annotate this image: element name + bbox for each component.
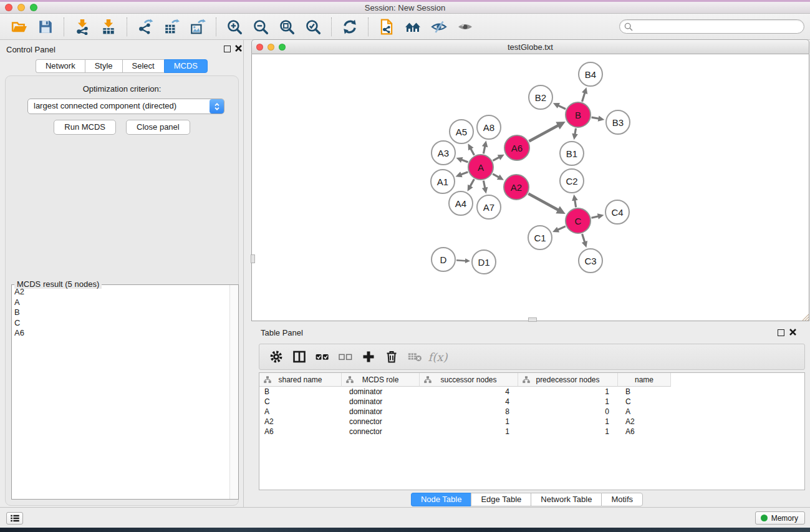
network-node-C2[interactable]: C2 [559,168,584,193]
network-node-D[interactable]: D [431,247,456,272]
network-node-C4[interactable]: C4 [605,200,630,225]
export-table-icon[interactable] [162,17,181,36]
tab-mcds[interactable]: MCDS [164,59,208,73]
network-node-B[interactable]: B [565,102,591,128]
column-visibility-icon[interactable] [289,347,310,366]
tab-node-table[interactable]: Node Table [411,493,471,506]
cell-predecessor-nodes[interactable]: 1 [518,397,618,407]
tab-motifs[interactable]: Motifs [601,493,643,506]
minimize-window-button[interactable] [17,4,25,11]
cell-predecessor-nodes[interactable]: 1 [518,387,618,397]
network-node-A[interactable]: A [468,154,494,180]
hide-selected-icon[interactable] [430,17,448,36]
network-node-A6[interactable]: A6 [504,135,530,161]
network-node-A8[interactable]: A8 [476,115,501,140]
cell-MCDS-role[interactable]: dominator [342,387,420,397]
import-table-icon[interactable] [99,17,118,36]
show-all-icon[interactable] [456,17,475,36]
cell-MCDS-role[interactable]: connector [342,417,420,427]
table-row-A[interactable]: Adominator80A [259,407,804,417]
run-mcds-button[interactable]: Run MCDS [54,120,116,135]
cell-name[interactable]: B [618,387,671,397]
column-header-MCDS-role[interactable]: MCDS role [342,373,420,387]
column-header-predecessor-nodes[interactable]: predecessor nodes [518,373,618,387]
network-node-A3[interactable]: A3 [431,140,456,165]
export-network-icon[interactable] [136,17,155,36]
cell-shared-name[interactable]: A6 [259,427,342,437]
table-row-C[interactable]: Cdominator41C [259,397,804,407]
float-panel-icon[interactable] [224,46,231,52]
zoom-selected-icon[interactable] [304,17,322,36]
canvas-left-grip[interactable] [251,254,255,263]
cell-shared-name[interactable]: C [259,397,342,407]
column-header-name[interactable]: name [618,373,671,387]
column-header-shared-name[interactable]: shared name [259,373,342,387]
settings-gear-icon[interactable] [266,347,287,366]
criterion-dropdown[interactable]: largest connected component (directed) [27,99,224,114]
save-session-icon[interactable] [36,17,55,36]
cell-MCDS-role[interactable]: connector [342,427,420,437]
cell-predecessor-nodes[interactable]: 1 [518,417,618,427]
cell-shared-name[interactable]: A2 [259,417,342,427]
close-window-button[interactable] [5,4,12,11]
canvas-bottom-grip[interactable] [528,317,537,322]
network-zoom-button[interactable] [279,44,286,51]
cell-name[interactable]: A6 [618,427,671,437]
network-document-icon[interactable] [377,17,396,36]
result-item-A2[interactable]: A2 [12,287,229,297]
memory-button[interactable]: Memory [755,511,805,525]
table-float-icon[interactable] [778,329,784,336]
network-node-B3[interactable]: B3 [605,110,630,135]
zoom-window-button[interactable] [30,4,37,11]
network-node-C1[interactable]: C1 [528,225,552,250]
delete-column-icon[interactable] [381,347,402,366]
network-node-A1[interactable]: A1 [430,169,455,194]
cell-shared-name[interactable]: B [259,387,342,397]
zoom-in-icon[interactable] [225,17,244,36]
close-panel-button[interactable]: Close panel [126,120,190,135]
cell-MCDS-role[interactable]: dominator [342,407,420,417]
network-node-C3[interactable]: C3 [578,248,603,273]
zoom-fit-icon[interactable] [277,17,296,36]
column-header-successor-nodes[interactable]: successor nodes [420,373,518,387]
network-node-B2[interactable]: B2 [528,85,553,110]
cell-successor-nodes[interactable]: 4 [420,387,518,397]
network-node-A2[interactable]: A2 [503,174,529,200]
network-close-button[interactable] [256,44,263,51]
cell-MCDS-role[interactable]: dominator [342,397,420,407]
network-minimize-button[interactable] [268,44,274,51]
cell-name[interactable]: A [618,407,671,417]
select-all-icon[interactable] [312,347,333,366]
tab-select[interactable]: Select [122,59,164,73]
add-column-icon[interactable] [358,347,379,366]
result-item-A[interactable]: A [12,297,229,308]
network-node-B4[interactable]: B4 [578,62,603,87]
import-network-icon[interactable] [73,17,92,36]
tab-edge-table[interactable]: Edge Table [471,493,531,506]
cell-successor-nodes[interactable]: 1 [420,417,518,427]
network-node-A7[interactable]: A7 [476,195,501,220]
window-resize-grip[interactable] [801,313,809,321]
deselect-all-icon[interactable] [335,347,356,366]
result-item-A6[interactable]: A6 [12,328,229,339]
home-icon[interactable] [403,17,422,36]
table-row-A2[interactable]: A2connector11A2 [259,417,804,427]
cell-name[interactable]: C [618,397,671,407]
tab-network-table[interactable]: Network Table [531,493,601,506]
search-input[interactable] [635,21,800,32]
open-session-icon[interactable] [10,17,29,36]
network-node-B1[interactable]: B1 [559,141,584,166]
cell-predecessor-nodes[interactable]: 1 [518,427,618,437]
zoom-out-icon[interactable] [251,17,270,36]
cell-predecessor-nodes[interactable]: 0 [518,407,618,417]
cell-successor-nodes[interactable]: 4 [420,397,518,407]
table-row-A6[interactable]: A6connector11A6 [259,427,804,437]
refresh-icon[interactable] [340,17,359,36]
result-item-C[interactable]: C [12,318,229,329]
export-image-icon[interactable] [188,17,207,36]
network-canvas[interactable]: AA1A2A3A4A5A6A7A8BB1B2B3B4CC1C2C3C4DD1 [251,54,809,321]
result-scrollbar[interactable] [229,285,238,499]
task-history-button[interactable] [6,512,23,525]
network-node-A4[interactable]: A4 [448,191,473,216]
cell-successor-nodes[interactable]: 8 [420,407,518,417]
